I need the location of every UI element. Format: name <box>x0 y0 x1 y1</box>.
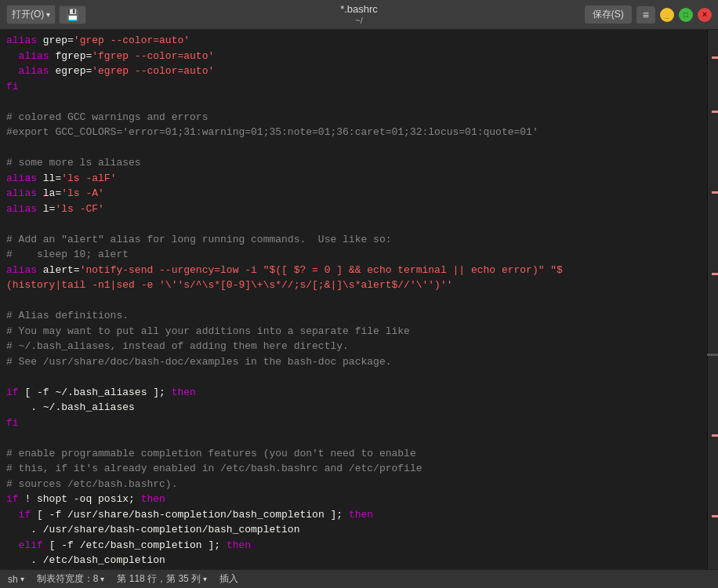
sidebar-marker-3 <box>712 191 718 194</box>
titlebar-center: *.bashrc ~/ <box>340 3 378 26</box>
menu-button[interactable]: ≡ <box>636 6 655 24</box>
tab-arrow: ▾ <box>100 575 104 583</box>
lang-arrow: ▾ <box>20 575 24 583</box>
maximize-button[interactable]: □ <box>679 8 693 22</box>
sidebar-marker-5 <box>707 354 718 356</box>
main-area: alias grep='grep --color=auto' alias fgr… <box>0 30 718 569</box>
titlebar-right: 保存(S) ≡ _ □ × <box>585 5 712 24</box>
close-button[interactable]: × <box>698 8 712 22</box>
position-label: 第 118 行，第 35 列 <box>117 572 201 586</box>
open-label: 打开(O) <box>12 8 44 21</box>
sidebar-markers <box>708 30 718 569</box>
sidebar-marker-6 <box>712 434 718 437</box>
window-subtitle: ~/ <box>340 16 378 26</box>
statusbar: sh ▾ 制表符宽度：8 ▾ 第 118 行，第 35 列 ▾ 插入 <box>0 569 718 588</box>
lang-label: sh <box>8 574 18 585</box>
statusbar-tab[interactable]: 制表符宽度：8 ▾ <box>37 572 105 586</box>
titlebar: 打开(O) ▾ 💾 *.bashrc ~/ 保存(S) ≡ _ □ × <box>0 0 718 30</box>
code-content: alias grep='grep --color=auto' alias fgr… <box>0 33 707 569</box>
sidebar-marker-7 <box>712 515 718 517</box>
open-arrow: ▾ <box>46 10 50 19</box>
minimize-button[interactable]: _ <box>660 8 674 22</box>
tab-label: 制表符宽度：8 <box>37 572 99 586</box>
statusbar-insert: 插入 <box>219 572 238 586</box>
right-sidebar <box>707 30 718 569</box>
sidebar-marker-4 <box>712 273 718 275</box>
file-icon-button[interactable]: 💾 <box>59 5 86 24</box>
titlebar-left: 打开(O) ▾ 💾 <box>6 5 86 24</box>
statusbar-position[interactable]: 第 118 行，第 35 列 ▾ <box>117 572 207 586</box>
editor-scroll[interactable]: alias grep='grep --color=auto' alias fgr… <box>0 30 707 569</box>
sidebar-marker-2 <box>712 111 718 113</box>
insert-label: 插入 <box>219 572 238 586</box>
open-button[interactable]: 打开(O) ▾ <box>6 5 56 24</box>
save-button[interactable]: 保存(S) <box>585 5 632 24</box>
sidebar-marker-1 <box>712 56 718 59</box>
window-title: *.bashrc <box>340 3 378 16</box>
statusbar-lang[interactable]: sh ▾ <box>8 574 24 585</box>
editor-area[interactable]: alias grep='grep --color=auto' alias fgr… <box>0 30 707 569</box>
position-arrow: ▾ <box>203 575 207 583</box>
